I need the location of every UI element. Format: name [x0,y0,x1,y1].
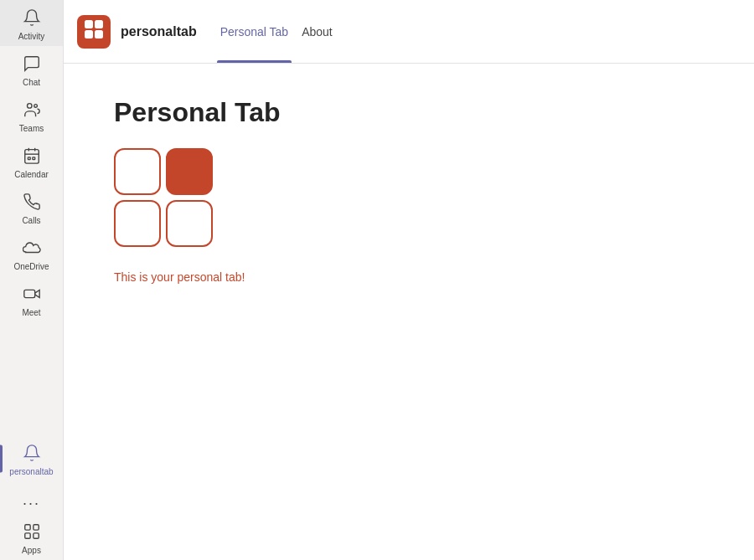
sidebar-item-teams[interactable]: Teams [0,92,63,138]
topbar: personaltab Personal Tab About [64,0,754,64]
tab-personal-tab[interactable]: Personal Tab [217,0,292,63]
svg-rect-13 [85,20,93,28]
logo-cell-top-left [114,148,161,195]
svg-point-0 [27,104,32,109]
logo-cell-bottom-right [166,200,213,247]
svg-rect-9 [24,525,29,530]
sidebar-item-onedrive[interactable]: OneDrive [0,230,63,276]
sidebar-item-personaltab[interactable]: personaltab [0,435,63,481]
sidebar-item-teams-label: Teams [19,124,44,133]
sidebar-item-activity[interactable]: Activity [0,0,63,46]
svg-rect-2 [24,150,39,164]
chat-icon [23,54,41,75]
logo-cell-top-right [166,148,213,195]
activity-icon [23,8,41,29]
tab-nav: Personal Tab About [217,0,343,63]
teams-icon [23,100,41,121]
meet-icon [23,285,41,306]
svg-rect-10 [33,525,38,530]
app-name: personaltab [121,24,197,39]
sidebar: Activity Chat Teams [0,0,64,560]
svg-rect-14 [95,20,103,28]
svg-rect-8 [23,290,34,297]
app-icon [77,15,111,49]
content-area: Personal Tab This is your personal tab! [64,64,754,560]
tab-about[interactable]: About [298,0,336,63]
sidebar-item-meet-label: Meet [22,308,40,317]
svg-rect-16 [95,30,103,39]
logo-grid [114,148,704,247]
content-description: This is your personal tab! [114,270,704,284]
svg-point-1 [34,105,37,108]
svg-rect-11 [24,533,29,538]
svg-rect-6 [28,157,30,160]
onedrive-icon [23,239,41,259]
sidebar-item-onedrive-label: OneDrive [13,262,49,271]
sidebar-item-chat-label: Chat [23,78,40,87]
sidebar-item-apps[interactable]: Apps [0,514,63,560]
sidebar-item-calls-label: Calls [22,216,40,225]
sidebar-more-button[interactable]: ... [0,481,63,514]
sidebar-item-meet[interactable]: Meet [0,276,63,322]
sidebar-item-calendar[interactable]: Calendar [0,138,63,184]
sidebar-item-calls[interactable]: Calls [0,184,63,230]
apps-icon [23,522,41,543]
svg-rect-15 [85,30,93,39]
svg-rect-7 [32,157,34,160]
main-area: personaltab Personal Tab About Personal … [64,0,754,560]
sidebar-item-apps-label: Apps [22,546,41,555]
sidebar-item-activity-label: Activity [18,32,45,41]
page-title: Personal Tab [114,97,704,128]
personaltab-icon [23,444,41,465]
svg-rect-12 [33,533,38,538]
sidebar-item-calendar-label: Calendar [14,170,49,179]
calls-icon [23,193,41,213]
sidebar-item-chat[interactable]: Chat [0,46,63,92]
sidebar-item-personaltab-label: personaltab [9,467,53,476]
app-icon-symbol [82,18,106,46]
calendar-icon [23,146,41,167]
logo-cell-bottom-left [114,200,161,247]
